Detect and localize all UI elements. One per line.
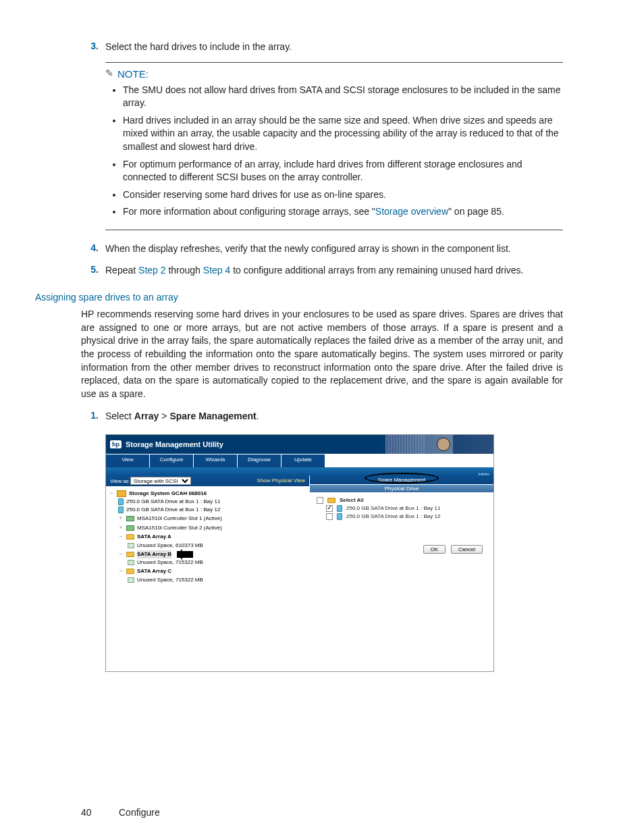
step-4: 4. When the display refreshes, verify th… xyxy=(81,242,563,256)
menu-view[interactable]: View xyxy=(106,454,150,467)
page-number: 40 xyxy=(81,807,105,818)
step4-link[interactable]: Step 4 xyxy=(203,265,230,276)
drive-1-checkbox[interactable] xyxy=(326,505,333,512)
array-icon xyxy=(126,552,134,557)
expand-icon[interactable]: + xyxy=(118,514,124,523)
note-list: The SMU does not allow hard drives from … xyxy=(105,84,563,219)
cancel-button[interactable]: Cancel xyxy=(451,545,483,554)
note-header: ✎ NOTE: xyxy=(105,67,563,81)
expand-icon[interactable]: + xyxy=(118,523,124,533)
step-5-text: Repeat Step 2 through Step 4 to configur… xyxy=(105,264,563,278)
tree-storage-system[interactable]: − Storage System GCAH 068016 xyxy=(109,489,306,498)
select-all-checkbox[interactable] xyxy=(317,497,323,504)
collapse-icon[interactable]: − xyxy=(118,550,124,559)
smu-screenshot: hp Storage Management Utility View Confi… xyxy=(105,434,494,672)
show-physical-view-link[interactable]: Show Physical View xyxy=(257,477,305,484)
drive-row-1[interactable]: 250.0 GB SATA Drive at Box 1 : Bay 11 xyxy=(317,504,487,513)
step-3-text: Select the hard drives to include in the… xyxy=(105,41,563,54)
tree-array-b[interactable]: − SATA Array B xyxy=(109,550,306,559)
smu-title: hp Storage Management Utility xyxy=(110,440,223,448)
right-panel-title: Spare Management xyxy=(310,475,493,484)
unused-space-icon xyxy=(128,560,134,565)
tree: − Storage System GCAH 068016 250.0 GB SA… xyxy=(106,486,309,587)
note-item-2: Hard drives included in an array should … xyxy=(123,114,563,154)
smu-helpbar: Help xyxy=(106,467,493,475)
note-item-3: For optimum performance of an array, inc… xyxy=(123,158,563,184)
tree-array-a-space[interactable]: Unused Space, 610373 MB xyxy=(109,542,306,550)
smu-body: View as Storage with SCSI Show Physical … xyxy=(106,475,493,671)
tree-drive-1[interactable]: 250.0 GB SATA Drive at Box 1 : Bay 11 xyxy=(109,498,306,506)
tree-arrB-sp-label: Unused Space, 715322 MB xyxy=(137,558,203,567)
drive-2-label: 250.0 GB SATA Drive at Box 1 : Bay 12 xyxy=(346,513,440,519)
smu-titlebar: hp Storage Management Utility xyxy=(106,435,493,454)
smu-banner-image xyxy=(385,435,453,454)
drive-2-checkbox[interactable] xyxy=(326,513,333,520)
ss-d: Spare Management xyxy=(169,411,256,421)
array-icon xyxy=(126,534,134,540)
collapse-icon[interactable]: − xyxy=(109,489,114,498)
tree-arrB-label: SATA Array B xyxy=(137,550,171,558)
step-3: 3. Select the hard drives to include in … xyxy=(81,41,563,54)
tree-array-c[interactable]: − SATA Array C xyxy=(109,567,306,576)
right-panel-subtitle: Physical Drive xyxy=(310,484,493,492)
collapse-icon[interactable]: − xyxy=(118,567,124,576)
viewas-select[interactable]: Storage with SCSI xyxy=(130,477,191,485)
select-all-row[interactable]: Select All xyxy=(317,496,487,504)
menu-wizards[interactable]: Wizards xyxy=(194,454,238,467)
ok-button[interactable]: OK xyxy=(423,545,446,554)
note-item-5: For more information about configuring s… xyxy=(123,205,563,219)
note-label: NOTE: xyxy=(117,67,149,81)
button-row: OK Cancel xyxy=(310,525,493,554)
step-3-number: 3. xyxy=(81,41,105,54)
person-avatar-icon xyxy=(437,438,450,451)
right-drive-list: Select All 250.0 GB SATA Drive at Box 1 … xyxy=(310,492,493,525)
spare-paragraph: HP recommends reserving some hard drives… xyxy=(81,308,563,400)
drive-icon xyxy=(118,498,124,505)
tree-drive-2[interactable]: 250.0 GB SATA Drive at Box 1 : Bay 12 xyxy=(109,506,306,514)
step2-link[interactable]: Step 2 xyxy=(138,265,165,276)
note-5a: For more information about configuring s… xyxy=(123,206,375,217)
menu-diagnose[interactable]: Diagnose xyxy=(238,454,281,467)
drive-1-label: 250.0 GB SATA Drive at Box 1 : Bay 11 xyxy=(346,505,440,511)
select-all-label: Select All xyxy=(340,497,364,503)
drive-icon xyxy=(337,505,342,512)
tree-arrC-label: SATA Array C xyxy=(137,567,171,575)
unused-space-icon xyxy=(128,577,134,583)
drive-row-2[interactable]: 250.0 GB SATA Drive at Box 1 : Bay 12 xyxy=(317,513,487,521)
page-footer: 40 Configure xyxy=(81,807,563,818)
smu-right-panel: Spare Management Physical Drive Select A… xyxy=(310,475,493,671)
pointer-arrow-icon xyxy=(177,551,193,558)
tree-drive-1-label: 250.0 GB SATA Drive at Box 1 : Bay 11 xyxy=(126,498,220,506)
ss-c: > xyxy=(159,411,169,421)
tree-ctrl1-label: MSA1510i Controller Slot 1 (Active) xyxy=(137,515,222,523)
tree-arrA-label: SATA Array A xyxy=(137,533,171,541)
tree-controller-2[interactable]: + MSA1510i Controller Slot 2 (Active) xyxy=(109,523,306,533)
assigning-spare-subhead: Assigning spare drives to an array xyxy=(35,292,563,303)
tree-array-c-space[interactable]: Unused Space, 715322 MB xyxy=(109,576,306,584)
array-icon xyxy=(327,498,336,503)
right-title-label: Spare Management xyxy=(378,477,425,483)
step-5-number: 5. xyxy=(81,264,105,278)
tree-array-a[interactable]: − SATA Array A xyxy=(109,532,306,542)
tree-root-label: Storage System GCAH 068016 xyxy=(129,490,207,498)
controller-icon xyxy=(126,516,134,521)
controller-icon xyxy=(126,525,134,531)
note-5b: " on page 85. xyxy=(448,206,504,217)
step-4-text: When the display refreshes, verify that … xyxy=(105,242,563,256)
unused-space-icon xyxy=(128,543,134,548)
note-item-1: The SMU does not allow hard drives from … xyxy=(123,84,563,110)
collapse-icon[interactable]: − xyxy=(118,532,124,542)
tree-drive-2-label: 250.0 GB SATA Drive at Box 1 : Bay 12 xyxy=(126,506,220,514)
smu-title-text: Storage Management Utility xyxy=(126,440,223,448)
menu-configure[interactable]: Configure xyxy=(150,454,194,467)
tree-array-b-space[interactable]: Unused Space, 715322 MB xyxy=(109,558,306,567)
ss-a: Select xyxy=(105,411,134,421)
spare-step-1: 1. Select Array > Spare Management. xyxy=(81,410,563,423)
page: 3. Select the hard drives to include in … xyxy=(0,0,644,834)
hp-logo-icon: hp xyxy=(110,440,122,448)
menu-update[interactable]: Update xyxy=(281,454,325,467)
step-4-number: 4. xyxy=(81,242,105,256)
tree-controller-1[interactable]: + MSA1510i Controller Slot 1 (Active) xyxy=(109,514,306,523)
tree-arrC-sp-label: Unused Space, 715322 MB xyxy=(137,576,203,584)
storage-overview-link[interactable]: Storage overview xyxy=(375,206,448,217)
